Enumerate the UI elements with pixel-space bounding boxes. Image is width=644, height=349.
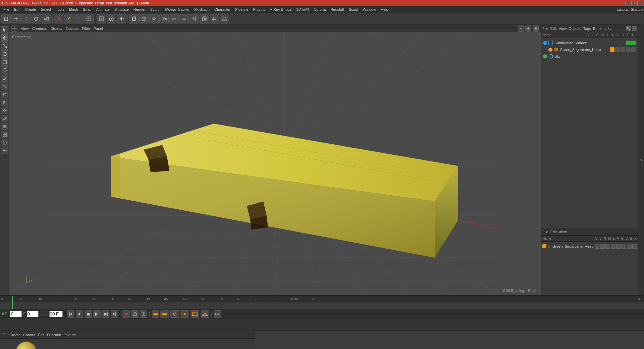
toolbar-sphere[interactable] [139, 14, 149, 23]
tool-knife[interactable] [1, 83, 8, 90]
viewport-nav-icon-1[interactable]: ⊹ [518, 26, 524, 32]
menu-render[interactable]: Render [131, 7, 148, 12]
mat-editor-menu-edit[interactable]: Edit [38, 333, 44, 337]
transport-help[interactable]: ? [140, 310, 147, 318]
viewport-menu-options[interactable]: Options [66, 27, 78, 31]
toolbar-mode-btn[interactable] [1, 14, 11, 23]
transport-timeline[interactable] [214, 310, 221, 318]
tool-wrap[interactable] [1, 139, 8, 146]
viewport-menu-cameras[interactable]: Cameras [32, 27, 47, 31]
om-menu-objects[interactable]: Objects [569, 27, 581, 31]
viewport-nav-icon-3[interactable]: ⊞ [533, 26, 539, 32]
mat-editor-menu-create[interactable]: Create [9, 333, 20, 337]
toolbar-scale-btn[interactable] [42, 14, 51, 23]
transport-key-rot[interactable] [170, 310, 179, 318]
menu-help[interactable]: Help [379, 7, 390, 12]
menu-motion-tracker[interactable]: Motion Tracker [163, 7, 192, 12]
menu-vray-bridge[interactable]: V-Ray Bridge [268, 7, 294, 12]
menu-simulate[interactable]: Simulate [112, 7, 131, 12]
tool-symmetry[interactable] [1, 107, 8, 114]
menu-mograph[interactable]: MoGraph [192, 7, 212, 12]
subdiv-check-green[interactable] [626, 41, 631, 45]
transport-last-frame[interactable] [111, 310, 118, 318]
object-row-heap[interactable]: Green_Sugarcane_Heap [542, 46, 637, 53]
mat-btn-1[interactable] [595, 244, 599, 249]
mat-menu-view[interactable]: View [559, 230, 567, 234]
mat-menu-file[interactable]: File [542, 230, 548, 234]
heap-btn-4[interactable] [631, 47, 636, 52]
toolbar-grid[interactable] [210, 14, 219, 23]
subdiv-check-green2[interactable] [631, 41, 636, 45]
maximize-button[interactable]: □ [631, 1, 636, 5]
heap-color-chip[interactable] [610, 47, 614, 52]
om-menu-edit[interactable]: Edit [550, 27, 557, 31]
toolbar-move-btn[interactable] [21, 14, 31, 23]
menu-tools[interactable]: Tools [54, 7, 66, 12]
transport-key-pos[interactable] [160, 310, 169, 318]
menu-sculpt[interactable]: Sculpt [148, 7, 163, 12]
layout-value[interactable]: Startup [631, 7, 643, 11]
tool-live-select[interactable] [1, 66, 8, 74]
mat-btn-4[interactable] [611, 244, 615, 249]
tool-move[interactable] [1, 34, 8, 42]
menu-select[interactable]: Select [39, 7, 53, 12]
menu-snap[interactable]: Snap [81, 7, 94, 12]
transport-key-pla[interactable] [201, 310, 209, 318]
transport-play-record[interactable] [102, 310, 109, 318]
mat-btn-5[interactable] [616, 244, 621, 249]
transport-stop[interactable] [85, 310, 92, 318]
menu-animate[interactable]: Animate [94, 7, 112, 12]
tool-grid-tool[interactable] [1, 131, 8, 138]
om-search-icon[interactable] [626, 26, 631, 31]
viewport-menu-panel[interactable]: Panel [94, 27, 103, 31]
mat-btn-8[interactable] [632, 244, 637, 249]
viewport-menu-display[interactable]: Display [50, 27, 62, 31]
om-menu-file[interactable]: File [542, 27, 548, 31]
mat-btn-7[interactable] [627, 244, 632, 249]
tool-select[interactable] [1, 26, 8, 34]
toolbar-scene[interactable] [220, 14, 229, 23]
viewport-menu-view[interactable]: View [21, 27, 29, 31]
tool-rotate[interactable] [1, 50, 8, 58]
om-settings-icon[interactable] [632, 26, 637, 31]
toolbar-camera[interactable] [159, 14, 169, 23]
mat-btn-2[interactable] [600, 244, 605, 249]
heap-btn-2[interactable] [621, 47, 625, 52]
minimize-button[interactable]: — [625, 1, 630, 5]
mat-editor-menu-corona[interactable]: Corona [23, 333, 35, 337]
transport-play-forward[interactable] [93, 310, 101, 318]
om-menu-tags[interactable]: Tags [583, 27, 591, 31]
tool-poly-pen[interactable] [1, 74, 8, 82]
toolbar-render-active[interactable] [107, 14, 116, 23]
mat-menu-edit[interactable]: Edit [550, 230, 557, 234]
transport-play-back[interactable] [76, 310, 83, 318]
frame-current-input[interactable] [27, 311, 39, 317]
menu-plugins[interactable]: Plugins [251, 7, 267, 12]
tool-box-select[interactable] [1, 58, 8, 66]
mat-editor-menu-function[interactable]: Function [47, 333, 61, 337]
toolbar-y-axis[interactable]: Y [64, 14, 73, 23]
mat-btn-6[interactable] [622, 244, 626, 249]
browser-tab-label[interactable]: A [639, 158, 644, 163]
menu-window[interactable]: Window [361, 7, 378, 12]
om-menu-bookmarks[interactable]: Bookmarks [593, 27, 611, 31]
toolbar-world-axis[interactable] [84, 14, 94, 23]
tool-soft-select[interactable]: S [1, 99, 8, 106]
menu-redshift[interactable]: Redshift [328, 7, 346, 12]
transport-record-active[interactable] [122, 310, 130, 318]
toolbar-material[interactable] [200, 14, 209, 23]
tool-hair[interactable] [1, 123, 8, 130]
transport-key-scale[interactable] [180, 310, 189, 318]
toolbar-render-settings[interactable] [117, 14, 126, 23]
toolbar-spline[interactable] [169, 14, 179, 23]
menu-file[interactable]: File [1, 7, 11, 12]
frame-start-input[interactable] [10, 311, 22, 317]
tool-brush[interactable] [1, 115, 8, 122]
menu-character[interactable]: Character [212, 7, 232, 12]
material-row[interactable]: ▶ Green_Sugarcane_Heap [542, 243, 637, 250]
object-row-subdiv[interactable]: Subdivision Surface [542, 40, 637, 46]
menu-mesh[interactable]: Mesh [67, 7, 80, 12]
tool-scale[interactable] [1, 42, 8, 50]
heap-btn-3[interactable] [626, 47, 631, 52]
menu-3dtoall[interactable]: 3DToAll [294, 7, 311, 12]
